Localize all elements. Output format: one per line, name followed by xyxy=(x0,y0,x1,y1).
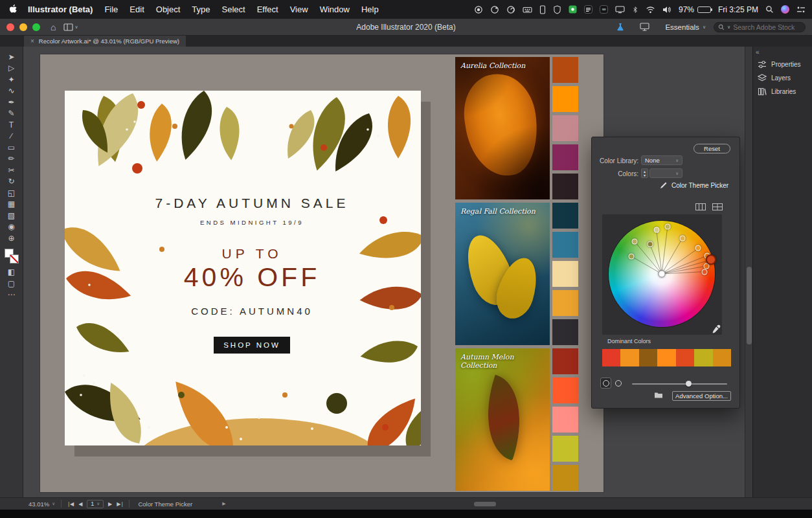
active-app-name[interactable]: Illustrator (Beta) xyxy=(28,5,93,14)
first-artboard-icon[interactable]: ∣◀ xyxy=(67,501,74,507)
menu-effect[interactable]: Effect xyxy=(257,5,278,14)
dock-expand-icon[interactable]: « xyxy=(753,48,812,58)
keyboard-icon[interactable] xyxy=(523,5,532,14)
type-tool[interactable]: T xyxy=(3,119,20,131)
blend-tool[interactable]: ◉ xyxy=(3,221,20,233)
screen-setup-icon[interactable] xyxy=(640,23,649,31)
wheel-color-marker[interactable] xyxy=(631,238,637,244)
reset-button[interactable]: Reset xyxy=(694,144,730,153)
color-swatch[interactable] xyxy=(552,115,578,141)
panel-tab-layers[interactable]: Layers xyxy=(753,71,812,85)
panel-tab-libraries[interactable]: Libraries xyxy=(753,85,812,98)
wheel-color-marker[interactable] xyxy=(706,254,716,265)
zoom-tool[interactable]: ⊕ xyxy=(3,232,20,244)
wheel-color-marker[interactable] xyxy=(629,253,635,259)
mesh-tool[interactable]: ▦ xyxy=(3,199,20,210)
color-bars-view-icon[interactable] xyxy=(695,203,706,210)
collection-photo[interactable]: Regal Fall Collection xyxy=(455,203,550,345)
color-swatch[interactable] xyxy=(552,174,578,199)
dial-icon[interactable] xyxy=(490,5,499,14)
selection-tool[interactable]: ➤ xyxy=(3,51,20,63)
dominant-color-segment[interactable] xyxy=(657,349,675,366)
more-tools-tool[interactable]: ⋯ xyxy=(3,289,20,301)
wheel-color-marker[interactable] xyxy=(653,227,659,232)
menu-bar-clock[interactable]: Fri 3:25 PM xyxy=(718,5,758,14)
wheel-color-marker[interactable] xyxy=(701,269,707,275)
dominant-color-segment[interactable] xyxy=(639,349,657,366)
color-swatch[interactable] xyxy=(552,261,578,287)
collection-photo[interactable]: Autumn Melon Collection xyxy=(455,348,550,491)
brightness-slider-knob[interactable] xyxy=(686,381,692,387)
color-wheel-view-icon[interactable] xyxy=(712,203,723,210)
vertical-scrollbar[interactable] xyxy=(745,47,752,497)
document-tab[interactable]: × Recolor Artwork.ai* @ 43.01% (RGB/GPU … xyxy=(24,36,186,47)
menu-view[interactable]: View xyxy=(290,5,308,14)
curvature-tool[interactable]: ✎ xyxy=(3,108,20,120)
wheel-color-marker[interactable] xyxy=(695,245,701,251)
spotlight-icon[interactable] xyxy=(765,5,774,14)
color-swatch[interactable] xyxy=(552,144,578,170)
search-input[interactable] xyxy=(733,23,798,31)
color-swatch[interactable] xyxy=(552,203,578,229)
green-app-icon[interactable] xyxy=(569,5,577,14)
scissors-tool[interactable]: ✂ xyxy=(3,164,20,176)
colors-dropdown[interactable]: ∨ xyxy=(649,168,682,178)
pen-tool[interactable]: ✒ xyxy=(3,96,20,108)
document-arrangement-button[interactable]: ∨ xyxy=(63,23,78,31)
stock-search-field[interactable]: ∨ xyxy=(714,22,806,32)
menu-type[interactable]: Type xyxy=(192,5,210,14)
workspace-switcher[interactable]: Essentials ∨ xyxy=(665,23,706,31)
artboard-number-dropdown[interactable]: 1∨ xyxy=(87,500,104,508)
menu-window[interactable]: Window xyxy=(320,5,350,14)
color-swatch[interactable] xyxy=(552,57,578,83)
dark-app-icon-1[interactable] xyxy=(584,5,592,14)
menu-object[interactable]: Object xyxy=(156,5,181,14)
color-swatch[interactable] xyxy=(552,232,578,258)
advanced-options-button[interactable]: Advanced Option... xyxy=(672,391,731,401)
dominant-color-segment[interactable] xyxy=(602,349,620,366)
brightness-mode-icon[interactable] xyxy=(615,380,622,387)
scale-tool[interactable]: ◱ xyxy=(3,187,20,199)
wheel-color-marker[interactable] xyxy=(679,235,685,241)
volume-icon[interactable] xyxy=(662,6,671,14)
color-theme-picker-button[interactable]: Color Theme Picker xyxy=(660,181,728,189)
collection-photo[interactable]: Aurelia Collection xyxy=(455,57,550,199)
battery-indicator[interactable]: 97% xyxy=(679,5,711,14)
last-artboard-icon[interactable]: ▶∣ xyxy=(117,501,123,507)
panel-tab-properties[interactable]: Properties xyxy=(753,58,812,71)
color-wheel[interactable] xyxy=(609,221,715,327)
screen-mode-tool[interactable]: ▢ xyxy=(3,278,20,289)
tab-close-icon[interactable]: × xyxy=(30,38,34,45)
display-mirroring-icon[interactable] xyxy=(615,5,625,14)
color-swatch[interactable] xyxy=(552,86,578,112)
color-swatch[interactable] xyxy=(552,290,578,316)
prev-artboard-icon[interactable]: ◀ xyxy=(78,501,82,507)
device-icon[interactable] xyxy=(539,5,546,14)
dominant-color-segment[interactable] xyxy=(713,349,731,366)
next-artboard-icon[interactable]: ▶ xyxy=(108,501,112,507)
shield-icon[interactable] xyxy=(553,5,561,14)
bluetooth-icon[interactable] xyxy=(632,5,638,14)
fill-stroke-controls[interactable] xyxy=(5,249,19,264)
vertical-scrollbar-thumb[interactable] xyxy=(747,267,752,344)
home-button[interactable]: ⌂ xyxy=(51,23,56,32)
rotate-tool[interactable]: ↻ xyxy=(3,176,20,188)
eyedropper-icon[interactable] xyxy=(712,324,721,333)
gpu-performance-icon[interactable] xyxy=(616,23,624,32)
status-popup-icon[interactable]: ▶ xyxy=(222,501,225,506)
siri-icon[interactable] xyxy=(781,5,789,14)
color-swatch[interactable] xyxy=(552,436,578,462)
save-group-folder-icon[interactable] xyxy=(654,391,663,399)
magic-wand-tool[interactable]: ✦ xyxy=(3,74,20,85)
color-swatch[interactable] xyxy=(552,348,578,374)
gradient-tool[interactable]: ▧ xyxy=(3,210,20,221)
color-swatch[interactable] xyxy=(552,377,578,403)
wifi-icon[interactable] xyxy=(646,6,655,14)
zoom-level-dropdown[interactable]: 43.01% ∨ xyxy=(28,501,55,508)
rectangle-tool[interactable]: ▭ xyxy=(3,142,20,153)
menu-edit[interactable]: Edit xyxy=(130,5,144,14)
spiral-icon[interactable] xyxy=(506,5,515,14)
draw-mode-tool[interactable]: ◧ xyxy=(3,267,20,278)
dark-app-icon-2[interactable]: ∞ xyxy=(600,5,608,14)
dominant-color-segment[interactable] xyxy=(676,349,694,366)
